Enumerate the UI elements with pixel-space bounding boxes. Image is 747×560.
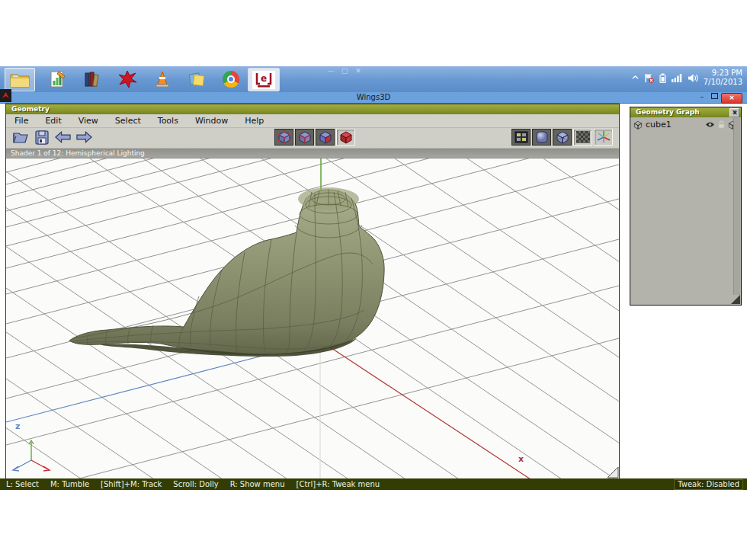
geometry-graph-title: Geometry Graph	[636, 107, 700, 117]
menu-tools[interactable]: Tools	[149, 116, 187, 126]
ground-grid-icon	[576, 131, 590, 143]
geometry-window: Geometry File Edit View Select Tools Win…	[5, 104, 620, 478]
battery-icon[interactable]	[659, 73, 666, 83]
undo-button[interactable]	[53, 129, 72, 146]
hint-right-mouse: R: Show menu	[230, 480, 285, 488]
edge-cube-icon	[298, 130, 312, 144]
menu-window[interactable]: Window	[187, 116, 236, 126]
hint-shift-middle: [Shift]+M: Track	[101, 480, 162, 488]
viewport-resize-grip[interactable]	[608, 467, 618, 478]
background-maximize-icon: ▢	[340, 67, 349, 75]
smooth-shading-button[interactable]	[532, 129, 551, 146]
clock-date: 7/10/2013	[704, 78, 742, 87]
lock-icon[interactable]	[718, 120, 725, 129]
clock-time: 9:23 PM	[704, 69, 742, 78]
panel-scrollbar[interactable]	[733, 118, 740, 295]
viewport-canvas: x z	[6, 158, 619, 479]
face-cube-icon	[319, 130, 332, 144]
visibility-eye-icon[interactable]	[705, 121, 715, 128]
open-folder-icon	[12, 130, 29, 144]
background-minimize-icon: —	[326, 67, 335, 75]
save-button[interactable]	[32, 129, 51, 146]
smooth-cube-icon	[535, 130, 549, 144]
geometry-window-titlebar[interactable]: Geometry	[6, 104, 619, 114]
svg-text:e: e	[261, 73, 267, 84]
system-tray: 9:23 PM 7/10/2013	[632, 69, 742, 87]
panel-resize-grip[interactable]	[731, 295, 740, 304]
menu-bar: File Edit View Select Tools Window Help	[6, 114, 619, 128]
viewport-3d[interactable]: x z	[6, 158, 619, 479]
taskbar-item-wings3d[interactable]	[113, 68, 142, 90]
open-button[interactable]	[11, 129, 30, 146]
arrow-left-icon	[54, 131, 72, 143]
tray-clock[interactable]: 9:23 PM 7/10/2013	[704, 69, 742, 87]
geometry-graph-panel: Geometry Graph × cube1	[630, 107, 742, 306]
taskbar-item-library[interactable]	[78, 68, 107, 90]
menu-view[interactable]: View	[70, 116, 107, 126]
hint-ctrl-right: [Ctrl]+R: Tweak menu	[297, 480, 380, 488]
background-window-controls: — ▢ ✕	[326, 67, 363, 75]
redo-button[interactable]	[75, 129, 94, 146]
geometry-graph-titlebar[interactable]: Geometry Graph ×	[630, 107, 741, 117]
edge-mode-button[interactable]	[295, 129, 314, 146]
toolbar	[6, 128, 619, 149]
speaker-icon[interactable]	[688, 73, 698, 83]
view-modes-button[interactable]	[511, 129, 531, 146]
taskbar-item-graphics-editor[interactable]	[43, 68, 72, 90]
face-mode-button[interactable]	[316, 129, 335, 146]
vlc-cone-icon	[153, 70, 172, 88]
background-close-icon: ✕	[354, 67, 363, 75]
wireframe-cube-icon	[556, 130, 569, 144]
maximize-button[interactable]	[709, 93, 720, 102]
shader-status-bar: Shader 1 of 12: Hemispherical Lighting	[6, 149, 619, 158]
vertex-cube-icon	[277, 130, 291, 144]
windows-taskbar: e — ▢ ✕	[0, 66, 747, 93]
document-chart-icon	[48, 70, 66, 88]
tray-chevron-icon[interactable]	[632, 75, 639, 81]
body-mode-button[interactable]	[336, 129, 355, 146]
axes-icon	[597, 130, 611, 144]
network-signal-icon[interactable]	[672, 73, 682, 82]
menu-file[interactable]: File	[6, 116, 37, 126]
menu-help[interactable]: Help	[236, 116, 272, 126]
taskbar-item-file-explorer[interactable]	[5, 68, 35, 91]
books-icon	[83, 70, 101, 88]
taskbar-item-vlc[interactable]	[148, 68, 177, 90]
z-axis-label: z	[15, 421, 20, 431]
body-cube-icon	[339, 130, 353, 144]
object-cube-icon	[633, 120, 643, 130]
minimize-button[interactable]: –	[697, 93, 707, 102]
geometry-window-title: Geometry	[11, 105, 50, 113]
menu-select[interactable]: Select	[107, 116, 149, 126]
axis-gizmo	[13, 440, 50, 471]
show-grid-button[interactable]	[573, 129, 592, 146]
chrome-icon	[223, 71, 239, 88]
model-bird-mesh[interactable]	[69, 187, 384, 357]
menu-edit[interactable]: Edit	[37, 116, 69, 126]
window-title: Wings3D	[0, 92, 747, 103]
wireframe-button[interactable]	[553, 129, 572, 146]
taskbar-item-sticky-notes[interactable]	[182, 68, 211, 90]
save-floppy-icon	[34, 130, 50, 145]
taskbar-item-chrome[interactable]	[216, 68, 245, 90]
taskbar-item-erlang[interactable]: e	[248, 68, 280, 91]
ortho-views-icon	[515, 131, 528, 143]
close-button[interactable]: ×	[721, 93, 742, 104]
action-center-flag-icon[interactable]	[644, 73, 654, 83]
sticky-notes-icon	[188, 70, 206, 88]
object-name: cube1	[646, 120, 672, 130]
erlang-icon: e	[252, 71, 275, 89]
status-bar: L: Select M: Tumble [Shift]+M: Track Scr…	[0, 478, 747, 490]
object-row-cube1[interactable]: cube1	[630, 117, 741, 130]
geometry-graph-close-button[interactable]: ×	[729, 108, 739, 117]
arrow-right-icon	[75, 131, 93, 143]
hint-scroll: Scroll: Dolly	[173, 480, 218, 488]
restore-icon	[711, 93, 718, 99]
show-axes-button[interactable]	[594, 129, 613, 146]
tweak-status: Tweak: Disabled	[674, 479, 743, 490]
window-titlebar[interactable]: Wings3D – ×	[0, 92, 747, 104]
wings3d-splat-icon	[117, 70, 137, 88]
hint-middle-mouse: M: Tumble	[50, 480, 89, 488]
vertex-mode-button[interactable]	[274, 129, 293, 146]
shader-status-text: Shader 1 of 12: Hemispherical Lighting	[11, 149, 145, 157]
